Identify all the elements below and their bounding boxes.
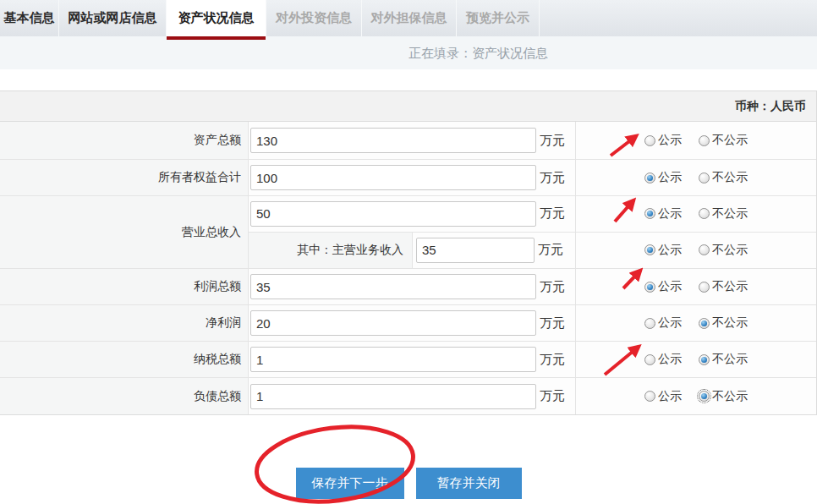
unit-label: 万元 <box>540 205 565 222</box>
publish-radio[interactable] <box>644 244 655 255</box>
tab-preview-publish: 预览并公示 <box>457 0 540 36</box>
no-publish-radio-label: 不公示 <box>712 315 748 331</box>
tab-website-info[interactable]: 网站或网店信息 <box>59 0 167 36</box>
publish-radio[interactable] <box>644 318 655 329</box>
publish-radio-label: 公示 <box>658 279 682 294</box>
no-publish-radio[interactable] <box>699 244 710 255</box>
asset-status-table: 币种：人民币 资产总额 万元 公示 不公示 所有者权益合计 万元 公示 不公示 <box>0 90 817 415</box>
currency-header: 币种：人民币 <box>0 91 816 122</box>
table-row-main-business-income: 其中：主营业务收入 万元 公示 不公示 <box>249 233 816 269</box>
publish-radio-label: 公示 <box>658 352 682 367</box>
no-publish-radio[interactable] <box>699 208 710 219</box>
publish-choice: 公示 不公示 <box>636 243 756 258</box>
publish-radio-label: 公示 <box>658 133 682 148</box>
current-section-banner: 正在填录：资产状况信息 <box>0 36 817 69</box>
publish-choice: 公示 不公示 <box>636 170 756 185</box>
publish-choice: 公示 不公示 <box>636 352 756 367</box>
sub-row-label: 其中：主营业务收入 <box>249 233 413 269</box>
unit-label: 万元 <box>540 133 565 149</box>
no-publish-radio[interactable] <box>699 282 710 293</box>
row-label: 纳税总额 <box>0 342 249 377</box>
publish-radio-label: 公示 <box>658 206 682 222</box>
unit-label: 万元 <box>540 388 565 404</box>
row-label: 负债总额 <box>0 378 249 414</box>
table-row-owner-equity: 所有者权益合计 万元 公示 不公示 <box>0 160 816 196</box>
save-next-button[interactable]: 保存并下一步 <box>296 468 404 499</box>
publish-choice: 公示 不公示 <box>636 279 756 294</box>
row-label: 利润总额 <box>0 269 249 304</box>
total-assets-input[interactable] <box>250 128 536 153</box>
no-publish-radio-label: 不公示 <box>712 279 748 294</box>
no-publish-radio[interactable] <box>699 391 710 402</box>
total-liabilities-input[interactable] <box>250 384 536 409</box>
tab-outbound-investment-info: 对外投资信息 <box>266 0 362 36</box>
row-label: 所有者权益合计 <box>0 160 249 195</box>
no-publish-radio-label: 不公示 <box>712 389 748 404</box>
tab-bar: 基本信息 网站或网店信息 资产状况信息 对外投资信息 对外担保信息 预览并公示 <box>0 0 817 36</box>
row-label: 净利润 <box>0 305 249 341</box>
no-publish-radio-label: 不公示 <box>712 243 748 258</box>
form-actions: 保存并下一步 暂存并关闭 <box>0 468 817 499</box>
no-publish-radio[interactable] <box>699 354 710 365</box>
row-label: 营业总收入 <box>0 196 249 268</box>
publish-radio[interactable] <box>644 135 655 146</box>
no-publish-radio-label: 不公示 <box>712 352 748 367</box>
total-profit-input[interactable] <box>250 274 536 299</box>
main-business-income-input[interactable] <box>416 238 535 263</box>
row-label: 资产总额 <box>0 122 249 159</box>
publish-radio[interactable] <box>644 208 655 219</box>
publish-choice: 公示 不公示 <box>636 389 756 404</box>
save-close-button[interactable]: 暂存并关闭 <box>416 468 522 499</box>
publish-radio-label: 公示 <box>658 243 682 258</box>
publish-choice: 公示 不公示 <box>636 315 756 331</box>
publish-radio[interactable] <box>644 173 655 184</box>
tab-basic-info[interactable]: 基本信息 <box>0 0 59 36</box>
tab-asset-status-info[interactable]: 资产状况信息 <box>167 0 266 36</box>
table-row-total-tax: 纳税总额 万元 公示 不公示 <box>0 342 816 378</box>
operating-revenue-input[interactable] <box>250 201 536 227</box>
unit-label: 万元 <box>540 170 565 186</box>
table-row-operating-revenue: 营业总收入 万元 公示 不公示 其中：主营业务收入 万元 <box>0 196 816 269</box>
unit-label: 万元 <box>538 242 563 258</box>
publish-choice: 公示 不公示 <box>636 133 756 148</box>
unit-label: 万元 <box>540 352 565 368</box>
net-profit-input[interactable] <box>250 310 536 336</box>
tab-external-guarantee-info: 对外担保信息 <box>362 0 457 36</box>
publish-choice: 公示 不公示 <box>636 206 756 222</box>
publish-radio-label: 公示 <box>658 315 682 331</box>
publish-radio[interactable] <box>644 391 655 402</box>
table-row-total-liabilities: 负债总额 万元 公示 不公示 <box>0 378 816 414</box>
unit-label: 万元 <box>540 315 565 331</box>
owner-equity-input[interactable] <box>250 165 536 190</box>
table-row-total-assets: 资产总额 万元 公示 不公示 <box>0 122 816 160</box>
table-row-total-profit: 利润总额 万元 公示 不公示 <box>0 269 816 305</box>
no-publish-radio[interactable] <box>699 318 710 329</box>
publish-radio-label: 公示 <box>658 170 682 185</box>
table-row-net-profit: 净利润 万元 公示 不公示 <box>0 305 816 342</box>
no-publish-radio[interactable] <box>699 135 710 146</box>
no-publish-radio-label: 不公示 <box>712 206 748 222</box>
total-tax-input[interactable] <box>250 347 536 372</box>
no-publish-radio-label: 不公示 <box>712 170 748 185</box>
no-publish-radio-label: 不公示 <box>712 133 748 148</box>
publish-radio-label: 公示 <box>658 389 682 404</box>
unit-label: 万元 <box>540 279 565 295</box>
publish-radio[interactable] <box>644 282 655 293</box>
no-publish-radio[interactable] <box>699 173 710 184</box>
publish-radio[interactable] <box>644 354 655 365</box>
